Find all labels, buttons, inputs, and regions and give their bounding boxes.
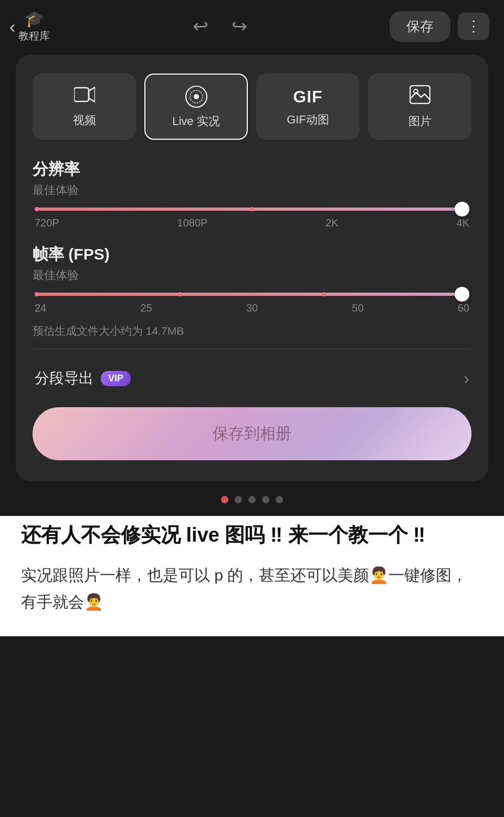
resolution-section: 分辨率 最佳体验 720P 1080P 2K 4K (33, 159, 471, 229)
save-to-album-button[interactable]: 保存到相册 (33, 407, 471, 460)
tab-image-label: 图片 (408, 113, 432, 129)
label-50: 50 (352, 302, 363, 314)
tutorial-label: 教程库 (18, 29, 50, 43)
resolution-fill (35, 208, 469, 211)
fps-slider[interactable]: 24 25 30 50 60 (33, 293, 471, 314)
tab-live-label: Live 实况 (172, 113, 219, 129)
svg-marker-1 (89, 87, 95, 102)
pagination (221, 496, 283, 503)
vip-badge: VIP (101, 371, 131, 386)
tab-video[interactable]: 视频 (33, 74, 136, 140)
chevron-right-icon: › (464, 369, 469, 388)
fps-title: 帧率 (FPS) (33, 244, 471, 265)
tutorial-button[interactable]: 🎓 教程库 (18, 9, 50, 43)
video-icon (74, 86, 95, 107)
fps-fill (35, 293, 469, 296)
svg-rect-0 (74, 88, 89, 101)
fps-labels: 24 25 30 50 60 (35, 302, 469, 314)
pagination-dot-1 (221, 496, 228, 503)
fps-thumb[interactable] (455, 287, 469, 302)
label-2k: 2K (326, 217, 338, 229)
undo-button[interactable]: ↩ (193, 15, 208, 37)
file-size-text: 预估生成文件大小约为 14.7MB (33, 324, 471, 338)
label-720p: 720P (35, 217, 59, 229)
resolution-track (35, 208, 469, 211)
article-title: 还有人不会修实况 live 图吗 ‼ 来一个教一个 ‼ (21, 521, 483, 549)
segment-label: 分段导出 (35, 368, 93, 388)
article-body: 实况跟照片一样，也是可以 p 的，甚至还可以美颜🧑‍🦱一键修图，有手就会🧑‍🦱 (21, 562, 483, 615)
tab-video-label: 视频 (73, 112, 96, 128)
more-button[interactable]: ⋮ (458, 13, 489, 40)
label-4k: 4K (457, 217, 469, 229)
svg-point-4 (194, 94, 199, 99)
main-card: 视频 Live 实况 GIF GIF动图 (16, 55, 488, 481)
resolution-labels: 720P 1080P 2K 4K (35, 217, 469, 229)
fps-track (35, 293, 469, 296)
pagination-dot-5 (276, 496, 283, 503)
label-60: 60 (458, 302, 469, 314)
pagination-dot-4 (262, 496, 269, 503)
fps-subtitle: 最佳体验 (33, 267, 471, 283)
nav-center: ↩ ↪ (193, 15, 247, 37)
gif-icon: GIF (293, 87, 322, 107)
redo-button[interactable]: ↪ (232, 15, 247, 37)
segment-left: 分段导出 VIP (35, 368, 131, 388)
divider (33, 349, 471, 349)
image-icon (410, 85, 430, 108)
label-30: 30 (246, 302, 258, 314)
segment-export-row[interactable]: 分段导出 VIP › (33, 360, 471, 397)
pagination-dot-3 (248, 496, 256, 503)
nav-right: 保存 ⋮ (390, 11, 489, 42)
label-1080p: 1080P (177, 217, 208, 229)
tab-gif[interactable]: GIF GIF动图 (256, 74, 360, 140)
live-icon (185, 85, 208, 108)
label-25: 25 (140, 302, 152, 314)
save-button[interactable]: 保存 (390, 11, 450, 42)
resolution-subtitle: 最佳体验 (33, 182, 471, 198)
back-button[interactable]: ‹ (9, 17, 15, 35)
tab-gif-label: GIF动图 (287, 112, 329, 128)
file-size-area: 预估生成文件大小约为 14.7MB (33, 324, 471, 338)
svg-rect-5 (410, 86, 430, 104)
label-24: 24 (35, 302, 46, 314)
tab-row: 视频 Live 实况 GIF GIF动图 (33, 74, 471, 140)
nav-bar: ‹ 🎓 教程库 ↩ ↪ 保存 ⋮ (0, 0, 504, 50)
resolution-title: 分辨率 (33, 159, 471, 180)
fps-section: 帧率 (FPS) 最佳体验 24 25 30 50 60 (33, 244, 471, 314)
nav-left: ‹ 🎓 教程库 (9, 9, 50, 43)
tutorial-icon: 🎓 (25, 9, 44, 28)
pagination-dot-2 (235, 496, 242, 503)
article-section: 还有人不会修实况 live 图吗 ‼ 来一个教一个 ‼ 实况跟照片一样，也是可以… (0, 516, 504, 636)
tab-live[interactable]: Live 实况 (144, 74, 248, 140)
tab-image[interactable]: 图片 (368, 74, 471, 140)
resolution-slider[interactable]: 720P 1080P 2K 4K (33, 208, 471, 229)
resolution-thumb[interactable] (455, 202, 469, 216)
